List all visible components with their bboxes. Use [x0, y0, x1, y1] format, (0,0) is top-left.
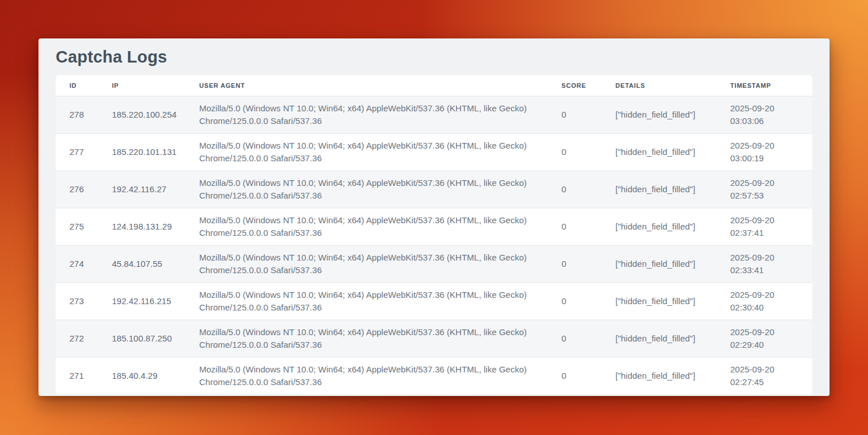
cell-user-agent: Mozilla/5.0 (Windows NT 10.0; Win64; x64…	[185, 170, 548, 208]
table-header-row: ID IP USER AGENT SCORE DETAILS TIMESTAMP	[56, 75, 812, 96]
cell-user-agent: Mozilla/5.0 (Windows NT 10.0; Win64; x64…	[185, 245, 548, 282]
table-row: 272 185.100.87.250 Mozilla/5.0 (Windows …	[56, 320, 812, 357]
cell-timestamp: 2025-09-20 03:00:19	[716, 133, 812, 170]
captcha-logs-table-container: ID IP USER AGENT SCORE DETAILS TIMESTAMP…	[56, 75, 812, 394]
column-header-timestamp: TIMESTAMP	[716, 75, 812, 96]
cell-ip: 185.40.4.29	[98, 357, 185, 394]
cell-user-agent: Mozilla/5.0 (Windows NT 10.0; Win64; x64…	[185, 282, 548, 320]
cell-ip: 185.220.101.131	[98, 133, 185, 170]
cell-score: 0	[548, 96, 602, 133]
cell-score: 0	[548, 133, 602, 170]
cell-id: 275	[56, 208, 98, 245]
cell-details: ["hidden_field_filled"]	[602, 282, 716, 320]
cell-id: 272	[56, 320, 98, 357]
cell-id: 273	[56, 282, 98, 320]
table-row: 273 192.42.116.215 Mozilla/5.0 (Windows …	[56, 282, 812, 320]
table-row: 278 185.220.100.254 Mozilla/5.0 (Windows…	[56, 96, 812, 133]
table-body: 278 185.220.100.254 Mozilla/5.0 (Windows…	[56, 96, 812, 394]
column-header-user-agent: USER AGENT	[185, 75, 548, 96]
cell-timestamp: 2025-09-20 02:27:45	[716, 357, 812, 394]
cell-details: ["hidden_field_filled"]	[602, 245, 716, 282]
table-row: 277 185.220.101.131 Mozilla/5.0 (Windows…	[56, 133, 812, 170]
cell-user-agent: Mozilla/5.0 (Windows NT 10.0; Win64; x64…	[185, 208, 548, 245]
table-header: ID IP USER AGENT SCORE DETAILS TIMESTAMP	[56, 75, 812, 96]
cell-details: ["hidden_field_filled"]	[602, 208, 716, 245]
cell-score: 0	[548, 245, 602, 282]
column-header-details: DETAILS	[602, 75, 716, 96]
cell-score: 0	[548, 208, 602, 245]
cell-id: 274	[56, 245, 98, 282]
cell-score: 0	[548, 282, 602, 320]
captcha-logs-table: ID IP USER AGENT SCORE DETAILS TIMESTAMP…	[56, 75, 812, 394]
cell-user-agent: Mozilla/5.0 (Windows NT 10.0; Win64; x64…	[185, 357, 548, 394]
cell-id: 271	[56, 357, 98, 394]
cell-score: 0	[548, 320, 602, 357]
cell-ip: 192.42.116.215	[98, 282, 185, 320]
cell-id: 277	[56, 133, 98, 170]
cell-details: ["hidden_field_filled"]	[602, 133, 716, 170]
table-row: 271 185.40.4.29 Mozilla/5.0 (Windows NT …	[56, 357, 812, 394]
cell-id: 276	[56, 170, 98, 208]
cell-details: ["hidden_field_filled"]	[602, 96, 716, 133]
captcha-logs-card: Captcha Logs ID IP USER AGENT SCORE DETA…	[38, 38, 830, 396]
cell-details: ["hidden_field_filled"]	[602, 357, 716, 394]
cell-user-agent: Mozilla/5.0 (Windows NT 10.0; Win64; x64…	[185, 133, 548, 170]
cell-ip: 192.42.116.27	[98, 170, 185, 208]
column-header-id: ID	[56, 75, 98, 96]
cell-details: ["hidden_field_filled"]	[602, 320, 716, 357]
table-row: 275 124.198.131.29 Mozilla/5.0 (Windows …	[56, 208, 812, 245]
cell-timestamp: 2025-09-20 03:03:06	[716, 96, 812, 133]
cell-score: 0	[548, 170, 602, 208]
column-header-ip: IP	[98, 75, 185, 96]
cell-details: ["hidden_field_filled"]	[602, 170, 716, 208]
table-row: 276 192.42.116.27 Mozilla/5.0 (Windows N…	[56, 170, 812, 208]
cell-user-agent: Mozilla/5.0 (Windows NT 10.0; Win64; x64…	[185, 320, 548, 357]
cell-timestamp: 2025-09-20 02:57:53	[716, 170, 812, 208]
cell-ip: 185.100.87.250	[98, 320, 185, 357]
cell-timestamp: 2025-09-20 02:29:40	[716, 320, 812, 357]
cell-timestamp: 2025-09-20 02:33:41	[716, 245, 812, 282]
cell-id: 278	[56, 96, 98, 133]
cell-timestamp: 2025-09-20 02:30:40	[716, 282, 812, 320]
column-header-score: SCORE	[548, 75, 602, 96]
cell-user-agent: Mozilla/5.0 (Windows NT 10.0; Win64; x64…	[185, 96, 548, 133]
table-row: 274 45.84.107.55 Mozilla/5.0 (Windows NT…	[56, 245, 812, 282]
cell-ip: 45.84.107.55	[98, 245, 185, 282]
cell-score: 0	[548, 357, 602, 394]
cell-timestamp: 2025-09-20 02:37:41	[716, 208, 812, 245]
cell-ip: 124.198.131.29	[98, 208, 185, 245]
page-title: Captcha Logs	[56, 48, 812, 66]
cell-ip: 185.220.100.254	[98, 96, 185, 133]
